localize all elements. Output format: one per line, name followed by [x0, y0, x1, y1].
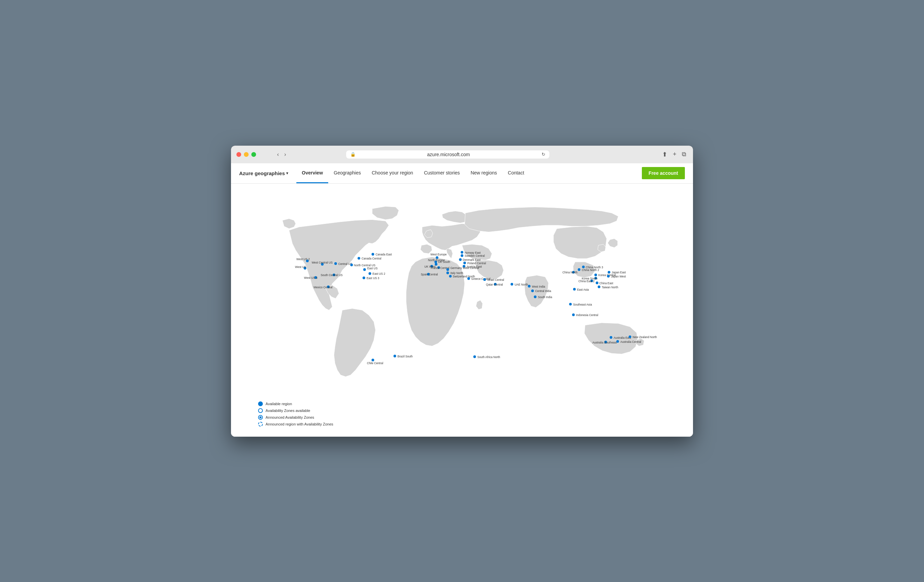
- legend-az-icon: [258, 408, 263, 413]
- address-bar[interactable]: 🔒 azure.microsoft.com ↻: [346, 150, 549, 159]
- tabs-button[interactable]: ⧉: [680, 149, 688, 160]
- svg-text:East US 3: East US 3: [366, 276, 380, 280]
- browser-action-buttons: ⬆ + ⧉: [661, 149, 688, 160]
- svg-point-28: [371, 359, 374, 361]
- svg-text:New Zealand North: New Zealand North: [633, 335, 657, 339]
- back-button[interactable]: ‹: [275, 150, 281, 159]
- region-brazil-south[interactable]: Brazil South: [394, 354, 413, 358]
- refresh-button[interactable]: ↻: [541, 152, 545, 157]
- svg-text:Taiwan North: Taiwan North: [602, 285, 618, 289]
- svg-point-80: [582, 265, 585, 268]
- region-china-north[interactable]: China North: [563, 271, 578, 274]
- region-taiwan-north[interactable]: Taiwan North: [598, 285, 619, 289]
- svg-point-92: [608, 271, 610, 273]
- share-button[interactable]: ⬆: [661, 149, 668, 160]
- region-new-zealand-north[interactable]: New Zealand North: [629, 335, 657, 339]
- navigation-buttons: ‹ ›: [275, 150, 288, 159]
- region-east-us-3[interactable]: East US 3: [362, 276, 380, 280]
- region-canada-east[interactable]: Canada East: [371, 253, 392, 256]
- region-sweden-central[interactable]: Sweden Central: [460, 254, 485, 258]
- sidebar-toggle-button[interactable]: [263, 151, 271, 157]
- legend-az-label: Availability Zones available: [266, 408, 310, 413]
- svg-text:South India: South India: [538, 295, 553, 299]
- region-east-us[interactable]: East US: [363, 266, 378, 271]
- region-west-us[interactable]: West US: [295, 265, 306, 270]
- free-account-button[interactable]: Free account: [642, 167, 685, 179]
- region-chile-central[interactable]: Chile Central: [367, 359, 383, 364]
- region-qatar-central[interactable]: Qatar Central: [486, 283, 503, 286]
- browser-window: ‹ › 🔒 azure.microsoft.com ↻ ⬆ + ⧉ Azure …: [231, 146, 693, 436]
- legend-announced-az-icon: [258, 415, 263, 420]
- svg-text:Australia Southeast: Australia Southeast: [592, 341, 617, 344]
- legend-available-icon: [258, 402, 263, 406]
- svg-point-10: [334, 262, 337, 265]
- region-australia-southeast[interactable]: Australia Southeast: [592, 341, 617, 344]
- svg-text:UK South: UK South: [438, 260, 450, 264]
- svg-text:China North: China North: [563, 271, 578, 274]
- region-west-us-3[interactable]: West US 3: [304, 276, 318, 279]
- svg-point-72: [534, 295, 536, 298]
- region-denmark-east[interactable]: Denmark East: [459, 258, 481, 261]
- svg-text:China North 3: China North 3: [586, 265, 603, 269]
- svg-point-52: [446, 271, 449, 274]
- nav-link-customer-stories[interactable]: Customer stories: [419, 163, 465, 184]
- svg-point-68: [528, 284, 530, 287]
- browser-content: Azure geographies ▾ Overview Geographies…: [231, 163, 693, 436]
- region-norway-east[interactable]: Norway East: [460, 251, 481, 254]
- legend-announced-region-label: Announced region with Availability Zones: [266, 422, 333, 426]
- lock-icon: 🔒: [350, 152, 356, 157]
- region-korea-south[interactable]: Korea South: [582, 277, 598, 280]
- svg-point-100: [610, 336, 612, 339]
- nav-link-contact[interactable]: Contact: [502, 163, 530, 184]
- svg-point-26: [394, 355, 396, 357]
- region-southeast-asia[interactable]: Southeast Asia: [569, 303, 592, 306]
- svg-point-64: [510, 283, 513, 285]
- legend-available-label: Available region: [266, 402, 292, 406]
- region-east-us-2[interactable]: East US 2: [368, 272, 386, 275]
- svg-text:Canada Central: Canada Central: [361, 257, 381, 260]
- minimize-button[interactable]: [244, 152, 249, 157]
- svg-text:Brazil South: Brazil South: [398, 354, 413, 358]
- region-indonesia-central[interactable]: Indonesia Central: [572, 313, 598, 317]
- svg-text:Chile Central: Chile Central: [367, 361, 383, 364]
- new-tab-button[interactable]: +: [672, 149, 678, 160]
- legend-item-az: Availability Zones available: [258, 408, 333, 413]
- forward-button[interactable]: ›: [282, 150, 288, 159]
- region-mexico-central[interactable]: Mexico Central: [314, 285, 333, 289]
- svg-point-58: [467, 277, 470, 280]
- region-uae-north[interactable]: UAE North: [510, 283, 528, 286]
- svg-point-90: [598, 285, 601, 288]
- svg-text:South Africa North: South Africa North: [477, 355, 500, 359]
- nav-link-geographies[interactable]: Geographies: [328, 163, 366, 184]
- svg-text:Germany West Central: Germany West Central: [450, 266, 479, 270]
- region-australia-central[interactable]: Australia Central: [617, 340, 641, 343]
- svg-point-0: [371, 253, 374, 255]
- svg-text:Central India: Central India: [535, 289, 551, 293]
- svg-text:West India: West India: [532, 284, 545, 288]
- chevron-down-icon: ▾: [286, 171, 288, 175]
- svg-text:Spain Central: Spain Central: [421, 273, 438, 276]
- region-china-east[interactable]: China East: [596, 281, 614, 284]
- region-spain-central[interactable]: Spain Central: [421, 273, 438, 276]
- svg-text:West Central US: West Central US: [312, 261, 333, 264]
- region-canada-central[interactable]: Canada Central: [358, 257, 381, 260]
- fullscreen-button[interactable]: [251, 152, 256, 157]
- svg-point-106: [629, 336, 631, 338]
- svg-point-40: [460, 254, 464, 257]
- nav-link-new-regions[interactable]: New regions: [465, 163, 502, 184]
- svg-point-16: [368, 272, 371, 275]
- region-east-asia[interactable]: East Asia: [573, 288, 589, 291]
- nav-link-choose-region[interactable]: Choose your region: [366, 163, 418, 184]
- nav-link-overview[interactable]: Overview: [296, 163, 328, 184]
- svg-point-94: [607, 275, 610, 278]
- nav-brand[interactable]: Azure geographies ▾: [239, 170, 288, 176]
- close-button[interactable]: [236, 152, 241, 157]
- region-south-central-us[interactable]: South Central US: [321, 273, 343, 277]
- region-south-africa-north[interactable]: South Africa North: [473, 355, 500, 359]
- legend-announced-region-icon: [258, 422, 263, 427]
- svg-text:Japan West: Japan West: [611, 275, 626, 278]
- svg-text:East US 2: East US 2: [373, 272, 386, 275]
- legend-item-announced-az: Announced Availability Zones: [258, 415, 333, 420]
- region-poland-central[interactable]: Poland Central: [464, 261, 486, 265]
- svg-point-38: [460, 251, 464, 253]
